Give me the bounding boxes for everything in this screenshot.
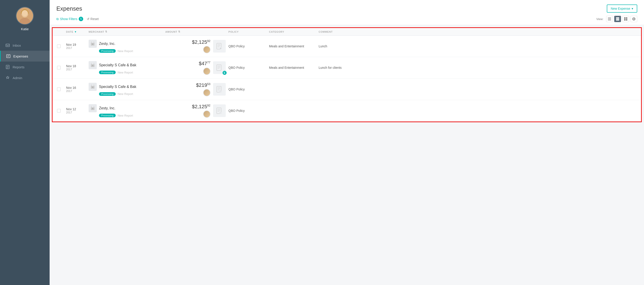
row3-amount-col: $21953 <box>165 82 210 96</box>
date-sort-icon: ▼ <box>74 30 77 33</box>
checkbox[interactable] <box>57 66 61 70</box>
table-row[interactable]: Nov 18 2017 Specialty S Cafe & Bak Proce… <box>52 57 641 78</box>
row2-receipt-icon: E <box>213 61 226 74</box>
row1-amount-col: $2,12592 <box>165 39 210 53</box>
row3-merchant-col: Specialty S Cafe & Bak Processing New Re… <box>88 83 165 96</box>
svg-rect-15 <box>616 17 619 19</box>
row1-policy: QBO Policy <box>228 44 269 48</box>
row1-checkbox[interactable] <box>57 44 66 48</box>
row3-checkbox[interactable] <box>57 88 66 91</box>
row2-merchant-col: Specialty S Cafe & Bak Processing New Re… <box>88 61 165 74</box>
svg-point-3 <box>22 10 28 16</box>
row3-amount-cents: 53 <box>207 82 210 86</box>
row2-avatar <box>203 68 210 75</box>
sidebar-item-inbox[interactable]: Inbox <box>0 40 50 51</box>
row1-user-avatar <box>203 46 210 53</box>
merchant-header[interactable]: MERCHANT ⇅ <box>88 30 165 33</box>
receipt-e-badge: E <box>222 71 226 75</box>
row1-date: Nov 19 2017 <box>66 43 88 50</box>
page-title: Expenses <box>56 5 82 12</box>
svg-rect-18 <box>626 17 627 19</box>
table-row[interactable]: Nov 16 2017 Specialty S Cafe & Bak Proce… <box>52 79 641 100</box>
row1-avatar <box>203 46 210 53</box>
row1-merchant-icon <box>88 40 97 48</box>
row4-amount-cents: 92 <box>207 104 210 107</box>
row4-date: Nov 12 2017 <box>66 107 88 114</box>
row4-date-monthday: Nov 12 <box>66 107 88 111</box>
row1-receipt-col: ? <box>210 40 228 52</box>
grid-view-button[interactable] <box>622 16 629 22</box>
comment-header[interactable]: COMMENT <box>318 30 636 33</box>
filter-icon: ⧉ <box>56 17 59 21</box>
table-row[interactable]: Nov 12 2017 Zesty, Inc. Processing New R… <box>52 100 641 122</box>
row4-date-year: 2017 <box>66 111 88 114</box>
expenses-table-wrapper: DATE ▼ MERCHANT ⇅ AMOUNT ⇅ POLICY CATEGO… <box>52 27 642 122</box>
row2-merchant-top: Specialty S Cafe & Bak <box>88 61 165 69</box>
svg-rect-19 <box>624 19 626 20</box>
svg-text:?: ? <box>220 48 221 50</box>
detail-view-button[interactable] <box>614 16 621 22</box>
row3-amount-dollars: $219 <box>196 82 207 88</box>
table-header: DATE ▼ MERCHANT ⇅ AMOUNT ⇅ POLICY CATEGO… <box>52 28 641 36</box>
sidebar: Katie Inbox Expenses Reports Admin <box>0 0 50 285</box>
row2-merchant-meta: Processing New Report <box>88 70 165 74</box>
row1-report-label: New Report <box>118 50 133 53</box>
svg-rect-13 <box>608 19 611 19</box>
row1-comment: Lunch <box>318 44 636 48</box>
sidebar-nav: Inbox Expenses Reports Admin <box>0 40 50 83</box>
policy-header: POLICY <box>228 30 269 33</box>
new-expense-button[interactable]: New Expense ▾ <box>607 4 637 13</box>
show-filters-button[interactable]: ⧉ Show Filters 5 <box>56 17 83 21</box>
sidebar-item-expenses[interactable]: Expenses <box>0 51 50 62</box>
row3-merchant-meta: Processing New Report <box>88 92 165 96</box>
row4-policy: QBO Policy <box>228 109 269 112</box>
row3-receipt-col <box>210 83 228 96</box>
row2-date: Nov 18 2017 <box>66 64 88 71</box>
checkbox[interactable] <box>57 88 61 91</box>
row2-merchant-name: Specialty S Cafe & Bak <box>99 63 136 67</box>
admin-label: Admin <box>13 76 22 80</box>
svg-rect-5 <box>6 54 10 58</box>
date-header[interactable]: DATE ▼ <box>66 30 88 33</box>
row2-amount-cents: 77 <box>207 61 210 64</box>
sidebar-item-reports[interactable]: Reports <box>0 62 50 72</box>
globe-view-button[interactable] <box>630 16 637 22</box>
reports-icon <box>6 65 10 69</box>
checkbox[interactable] <box>57 44 61 48</box>
row2-user-avatar <box>203 68 210 75</box>
row2-merchant-icon <box>88 61 97 69</box>
row4-checkbox[interactable] <box>57 109 66 112</box>
sidebar-item-admin[interactable]: Admin <box>0 72 50 83</box>
row4-merchant-icon <box>88 104 97 112</box>
view-controls: View: <box>596 16 637 22</box>
table-row[interactable]: Nov 19 2017 Zesty, Inc. Processing New R… <box>52 36 641 57</box>
svg-rect-34 <box>217 65 221 70</box>
row4-amount: $2,12592 <box>192 104 210 110</box>
category-header: CATEGORY <box>269 30 318 33</box>
checkbox[interactable] <box>57 109 61 112</box>
row4-merchant-col: Zesty, Inc. Processing New Report <box>88 104 165 117</box>
expenses-label: Expenses <box>13 54 28 58</box>
row1-date-monthday: Nov 19 <box>66 43 88 46</box>
row1-amount: $2,12592 <box>192 39 210 45</box>
filter-count-badge: 5 <box>79 17 83 21</box>
row3-report-label: New Report <box>118 92 133 96</box>
reset-button[interactable]: ↺ Reset <box>87 17 99 21</box>
page-header: Expenses New Expense ▾ ⧉ Show Filters 5 … <box>50 0 644 25</box>
svg-rect-25 <box>92 44 93 45</box>
row3-merchant-icon <box>88 83 97 91</box>
expenses-icon <box>6 54 10 58</box>
amount-header[interactable]: AMOUNT ⇅ <box>165 30 210 33</box>
row4-report-label: New Report <box>118 114 133 117</box>
row3-date-year: 2017 <box>66 90 88 93</box>
row2-comment: Lunch for clients <box>318 66 636 70</box>
row3-receipt-icon <box>213 83 226 96</box>
row3-date-monthday: Nov 16 <box>66 86 88 90</box>
avatar <box>16 7 34 25</box>
list-view-button[interactable] <box>606 16 613 22</box>
row1-amount-dollars: $2,125 <box>192 39 207 45</box>
inbox-label: Inbox <box>13 44 21 47</box>
row1-receipt-icon: ? <box>213 40 226 52</box>
row2-receipt-col: E <box>210 61 228 74</box>
row2-checkbox[interactable] <box>57 66 66 70</box>
